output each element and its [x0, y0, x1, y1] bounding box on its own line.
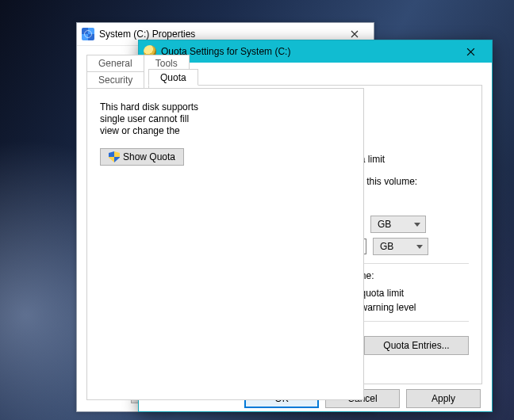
uac-shield-icon: [109, 151, 120, 162]
show-quota-settings-button[interactable]: Show Quota: [100, 148, 184, 166]
window-title: System (C:) Properties: [99, 29, 340, 40]
tab-content: This hard disk supports single user cann…: [86, 88, 364, 400]
quota-description: This hard disk supports single user cann…: [100, 101, 351, 137]
close-icon: [351, 30, 359, 38]
drive-icon: [82, 28, 94, 40]
tab-general[interactable]: General: [86, 55, 144, 72]
apply-button[interactable]: Apply: [406, 389, 481, 408]
chevron-down-icon: [416, 245, 423, 249]
chevron-down-icon: [414, 223, 420, 227]
limit-unit-select[interactable]: GB: [370, 216, 426, 233]
tab-security[interactable]: Security: [86, 71, 144, 89]
close-icon: [466, 48, 475, 56]
window-title: Quota Settings for System (C:): [161, 46, 454, 57]
quota-entries-button[interactable]: Quota Entries...: [364, 336, 469, 355]
warning-unit-select[interactable]: GB: [373, 238, 428, 255]
tab-quota[interactable]: Quota: [148, 69, 198, 86]
titlebar[interactable]: Quota Settings for System (C:): [139, 40, 492, 63]
close-button[interactable]: [454, 42, 487, 61]
